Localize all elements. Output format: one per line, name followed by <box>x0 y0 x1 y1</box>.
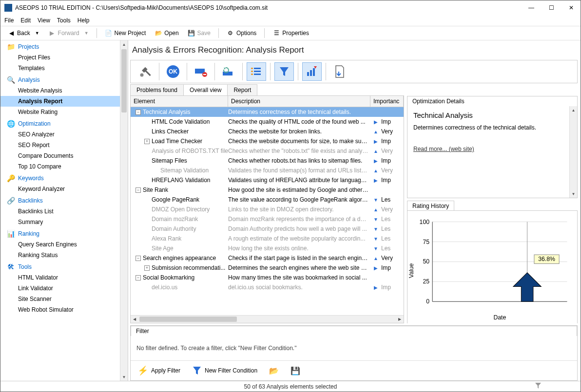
filter-tab[interactable]: Filter <box>131 326 577 336</box>
rating-history-tab[interactable]: Rating History <box>407 201 454 211</box>
tab-problems[interactable]: Problems found <box>130 84 184 95</box>
open-filter-button[interactable]: 📂 <box>266 365 282 377</box>
hscroll-thumb[interactable] <box>139 317 237 322</box>
remove-tool-button[interactable] <box>191 62 211 81</box>
sidebar-group-ranking[interactable]: 📊Ranking <box>0 227 128 239</box>
sidebar-item-analysis-report[interactable]: Analysis Report <box>0 96 128 107</box>
tab-overall[interactable]: Overall view <box>183 84 228 95</box>
grid-row[interactable]: +Load Time CheckerChecks the website doc… <box>131 136 404 146</box>
expand-icon[interactable]: + <box>144 265 150 271</box>
settings-tool-button[interactable] <box>136 62 155 81</box>
scroll-up-icon[interactable]: ▲ <box>570 106 577 114</box>
maximize-button[interactable]: ☐ <box>546 4 557 11</box>
grid-row[interactable]: Site AgeHow long the site exists online.… <box>131 243 404 253</box>
grid-row[interactable]: HREFLANG ValidationValidates using of HR… <box>131 175 404 185</box>
scroll-right-icon[interactable]: ▶ <box>396 316 404 323</box>
grid-row[interactable]: del.icio.usdel.icio.us social bookmarks.… <box>131 282 404 292</box>
menu-edit[interactable]: Edit <box>20 17 31 24</box>
opt-scrollbar[interactable]: ▲ ▼ <box>569 106 577 198</box>
scrollbar-thumb[interactable] <box>121 49 127 112</box>
expand-icon[interactable]: − <box>136 110 141 115</box>
menu-help[interactable]: Help <box>77 17 90 24</box>
sidebar-group-tools[interactable]: 🛠Tools <box>0 261 128 272</box>
grid-row[interactable]: Analysis of ROBOTS.TXT fileChecks whethe… <box>131 146 404 156</box>
open-button[interactable]: 📂Open <box>152 28 181 38</box>
sidebar-item-web-robot-simulator[interactable]: Web Robot Simulator <box>0 304 128 315</box>
close-button[interactable]: ✕ <box>566 4 577 11</box>
refresh-tool-button[interactable] <box>219 62 238 81</box>
grid-row[interactable]: Sitemap FilesChecks whether robots.txt h… <box>131 156 404 166</box>
sidebar-item-website-analysis[interactable]: Website Analysis <box>0 85 128 96</box>
filter-tool-button[interactable] <box>274 62 294 81</box>
expand-icon[interactable]: + <box>144 139 150 144</box>
col-importance[interactable]: Importanc <box>370 96 404 107</box>
grid-row[interactable]: Sitemap ValidationValidates the found si… <box>131 166 404 175</box>
save-button[interactable]: 💾Save <box>185 28 213 38</box>
sidebar-group-optimization[interactable]: 🌐Optimization <box>0 117 128 129</box>
grid-hscrollbar[interactable]: ◀ ▶ <box>131 315 404 323</box>
col-description[interactable]: Description <box>228 96 370 107</box>
sidebar-item-ranking-status[interactable]: Ranking Status <box>0 250 128 261</box>
menu-view[interactable]: View <box>38 17 50 24</box>
grid-row[interactable]: −Search engines appearanceChecks if the … <box>131 253 404 263</box>
sidebar-scrollbar[interactable]: ▲ ▼ <box>120 40 128 381</box>
expand-icon[interactable]: − <box>136 187 141 193</box>
sidebar-item-seo-report[interactable]: SEO Report <box>0 140 128 150</box>
chart-tool-button[interactable] <box>302 62 322 81</box>
grid-row[interactable]: +Submission recommendati...Determines th… <box>131 263 404 273</box>
grid-row[interactable]: Google PageRankThe site value according … <box>131 195 404 205</box>
sidebar-item-compare-documents[interactable]: Compare Documents <box>0 150 128 161</box>
grid-row[interactable]: −Social BookmarkingHow many times the si… <box>131 273 404 282</box>
tab-report[interactable]: Report <box>227 84 257 95</box>
menu-tools[interactable]: Tools <box>57 17 71 24</box>
sidebar-item-keyword-analyzer[interactable]: Keyword Analyzer <box>0 184 128 194</box>
save-filter-button[interactable]: 💾 <box>288 365 303 377</box>
sidebar-group-keywords[interactable]: 🔑Keywords <box>0 172 128 184</box>
grid-row[interactable]: HTML Code ValidationChecks the quality o… <box>131 117 404 127</box>
menu-file[interactable]: File <box>4 17 14 24</box>
sidebar-item-top-10-compare[interactable]: Top 10 Compare <box>0 161 128 172</box>
minimize-button[interactable]: — <box>525 4 537 11</box>
sidebar-item-link-validator[interactable]: Link Validator <box>0 283 128 294</box>
new-filter-button[interactable]: New Filter Condition <box>189 364 260 377</box>
sidebar-item-query-search-engines[interactable]: Query Search Engines <box>0 239 128 250</box>
grid-row[interactable]: Links CheckerChecks the website for brok… <box>131 127 404 136</box>
sidebar-group-analysis[interactable]: 🔍Analysis <box>0 74 128 85</box>
grid-row[interactable]: Domain mozRankDomain mozRank represents … <box>131 214 404 224</box>
grid-row[interactable]: −Technical AnalysisDetermines correctnes… <box>131 107 404 117</box>
sidebar-item-site-scanner[interactable]: Site Scanner <box>0 294 128 304</box>
sidebar-item-html-validator[interactable]: HTML Validator <box>0 272 128 283</box>
sidebar-item-backlinks-list[interactable]: Backlinks List <box>0 206 128 217</box>
ok-tool-button[interactable]: OK <box>163 62 183 81</box>
sidebar-item-templates[interactable]: Templates <box>0 63 128 74</box>
list-tool-button[interactable] <box>247 62 266 81</box>
scroll-down-icon[interactable]: ▼ <box>120 373 128 381</box>
sidebar-item-summary[interactable]: Summary <box>0 217 128 227</box>
read-more-link[interactable]: Read more... (web site) <box>413 146 474 152</box>
back-button[interactable]: ◀Back▼ <box>4 28 42 38</box>
expand-icon[interactable]: − <box>136 275 141 280</box>
opt-details-tab[interactable]: Optimization Details <box>407 96 578 106</box>
forward-button[interactable]: ▶Forward▼ <box>45 28 92 38</box>
grid-row[interactable]: Domain AuthorityDomain Authority predict… <box>131 224 404 234</box>
sidebar-item-project-files[interactable]: Project Files <box>0 52 128 63</box>
sidebar-item-seo-analyzer[interactable]: SEO Analyzer <box>0 129 128 140</box>
col-element[interactable]: Element <box>131 96 228 107</box>
sidebar-group-projects[interactable]: 📁Projects <box>0 40 128 52</box>
sidebar-group-backlinks[interactable]: 🔗Backlinks <box>0 194 128 206</box>
grid-body[interactable]: −Technical AnalysisDetermines correctnes… <box>131 107 404 315</box>
scroll-left-icon[interactable]: ◀ <box>131 316 138 323</box>
scroll-down-icon[interactable]: ▼ <box>570 190 577 198</box>
expand-icon[interactable]: − <box>136 256 141 261</box>
new-project-button[interactable]: 📄New Project <box>102 28 149 38</box>
export-tool-button[interactable] <box>330 62 349 81</box>
properties-button[interactable]: ☰Properties <box>270 28 312 38</box>
grid-row[interactable]: Alexa RankA rough estimate of the websit… <box>131 234 404 243</box>
options-button[interactable]: ⚙Options <box>224 28 259 38</box>
grid-row[interactable]: −Site RankHow good the site is estimated… <box>131 185 404 195</box>
scroll-up-icon[interactable]: ▲ <box>120 40 128 48</box>
filter-status-icon[interactable] <box>535 382 542 391</box>
sidebar-item-website-rating[interactable]: Website Rating <box>0 107 128 117</box>
grid-row[interactable]: DMOZ Open DirectoryLinks to the site in … <box>131 205 404 214</box>
apply-filter-button[interactable]: ⚡Apply Filter <box>135 364 183 377</box>
